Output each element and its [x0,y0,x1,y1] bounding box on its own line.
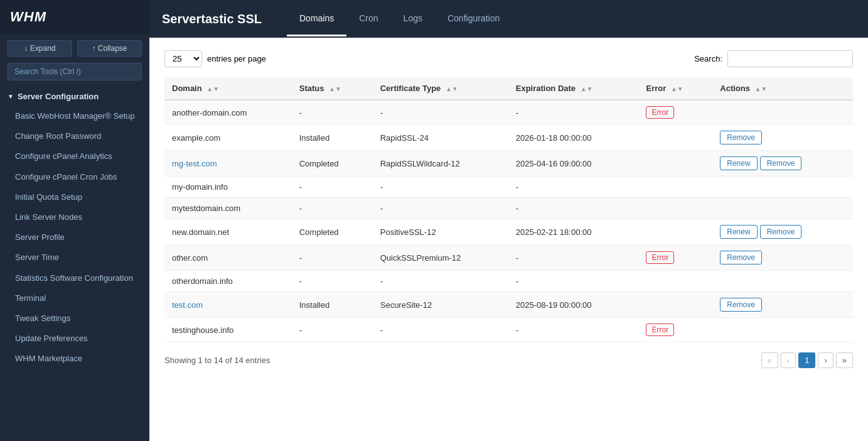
action-remove-button[interactable]: Remove [720,298,762,312]
cell-domain: another-domain.com [164,100,292,125]
cell-cert-type: QuickSSLPremium-12 [373,245,508,271]
table-row: testinghouse.info---Error [164,318,853,342]
cell-error [638,177,712,198]
sidebar-item-whm-marketplace[interactable]: WHM Marketplace [0,349,149,369]
action-remove-button[interactable]: Remove [720,251,762,264]
sort-domain-icon[interactable]: ▲▼ [206,85,219,92]
cell-actions [712,177,853,198]
tab-configuration[interactable]: Configuration [435,2,512,36]
action-remove-button[interactable]: Remove [760,225,802,239]
sidebar-section-header[interactable]: ▼ Server Configuration [0,87,149,106]
tab-cron[interactable]: Cron [346,2,390,36]
table-row: example.comInstalledRapidSSL-242026-01-1… [164,125,853,151]
cell-actions [712,198,853,219]
cell-error [638,292,712,318]
action-renew-button[interactable]: Renew [720,156,757,170]
entries-label: entries per page [207,54,266,63]
error-badge: Error [646,251,674,264]
sidebar-item-link-server-nodes[interactable]: Link Server Nodes [0,207,149,227]
cell-domain: testinghouse.info [164,318,292,342]
col-domain: Domain ▲▼ [164,77,292,100]
cell-status: - [292,100,373,125]
pagination-next[interactable]: › [818,352,833,368]
action-renew-button[interactable]: Renew [720,225,757,239]
cell-error: Error [638,245,712,271]
cell-domain: mg-test.com [164,151,292,177]
cell-status: Completed [292,219,373,245]
pagination-first[interactable]: « [761,352,778,368]
sort-status-icon[interactable]: ▲▼ [329,85,341,92]
cell-expiration: - [508,100,639,125]
search-tools[interactable]: Search Tools (Ctrl /) [8,63,142,80]
cell-error [638,151,712,177]
cell-domain: mytestdomain.com [164,198,292,219]
cell-actions: Remove [712,292,853,318]
cell-cert-type: SecureSite-12 [373,292,508,318]
sidebar-item-configure-cpanel-cron[interactable]: Configure cPanel Cron Jobs [0,167,149,187]
sidebar-item-statistics-software[interactable]: Statistics Software Configuration [0,268,149,288]
sidebar-buttons: ↓ Expand ↑ Collapse [0,34,149,63]
error-badge: Error [646,324,674,336]
cell-expiration: 2026-01-18 00:00:00 [508,125,639,151]
pagination: « ‹ 1 › » [761,352,853,368]
sort-exp-icon[interactable]: ▲▼ [581,85,593,92]
pagination-last[interactable]: » [836,352,853,368]
showing-text: Showing 1 to 14 of 14 entries [164,356,270,365]
tab-domains[interactable]: Domains [287,2,346,36]
sidebar-item-configure-cpanel-analytics[interactable]: Configure cPanel Analytics [0,146,149,166]
cell-expiration: - [508,271,639,292]
sidebar: WHM ↓ Expand ↑ Collapse Search Tools (Ct… [0,0,149,441]
expand-button[interactable]: ↓ Expand [8,40,72,57]
col-cert-type: Certificate Type ▲▼ [373,77,508,100]
entries-per-page-select[interactable]: 10 25 50 100 [164,50,202,67]
sidebar-item-server-time[interactable]: Server Time [0,248,149,268]
cell-cert-type: PositiveSSL-12 [373,219,508,245]
cell-domain: otherdomain.info [164,271,292,292]
cell-error [638,271,712,292]
domain-link[interactable]: mg-test.com [172,159,217,168]
sidebar-item-basic-webhost[interactable]: Basic WebHost Manager® Setup [0,106,149,126]
sort-actions-icon[interactable]: ▲▼ [755,85,768,92]
sidebar-item-change-root[interactable]: Change Root Password [0,126,149,146]
table-controls: 10 25 50 100 entries per page Search: [164,50,853,67]
cell-expiration: 2025-02-21 18:00:00 [508,219,639,245]
sidebar-item-initial-quota[interactable]: Initial Quota Setup [0,187,149,207]
section-arrow-icon: ▼ [8,93,14,100]
cell-status: - [292,177,373,198]
collapse-button[interactable]: ↑ Collapse [77,40,142,57]
sort-cert-icon[interactable]: ▲▼ [446,85,458,92]
search-control: Search: [694,50,853,67]
error-badge: Error [646,106,674,119]
col-error: Error ▲▼ [638,77,712,100]
sort-error-icon[interactable]: ▲▼ [671,85,683,92]
domain-link[interactable]: test.com [172,300,203,310]
sidebar-item-tweak-settings[interactable]: Tweak Settings [0,308,149,329]
search-input[interactable] [727,50,853,67]
sidebar-item-server-profile[interactable]: Server Profile [0,227,149,248]
col-status: Status ▲▼ [292,77,373,100]
cell-cert-type: - [373,318,508,342]
cell-error [638,198,712,219]
cell-expiration: - [508,177,639,198]
cell-expiration: 2025-08-19 00:00:00 [508,292,639,318]
cell-status: Completed [292,151,373,177]
cell-expiration: 2025-04-16 09:00:00 [508,151,639,177]
cell-status: - [292,271,373,292]
cell-domain: my-domain.info [164,177,292,198]
sidebar-item-terminal[interactable]: Terminal [0,288,149,308]
table-row: mytestdomain.com--- [164,198,853,219]
action-remove-button[interactable]: Remove [720,131,762,144]
cell-error [638,219,712,245]
sidebar-items: Basic WebHost Manager® Setup Change Root… [0,106,149,374]
table-body: another-domain.com---Errorexample.comIns… [164,100,853,342]
pagination-page-1[interactable]: 1 [798,352,815,368]
cell-cert-type: RapidSSLWildcard-12 [373,151,508,177]
cell-expiration: - [508,198,639,219]
sidebar-item-update-preferences[interactable]: Update Preferences [0,329,149,349]
tab-logs[interactable]: Logs [391,2,435,36]
cell-status: - [292,245,373,271]
pagination-prev[interactable]: ‹ [781,352,796,368]
cell-actions: Remove [712,125,853,151]
cell-cert-type: - [373,100,508,125]
action-remove-button[interactable]: Remove [760,156,802,170]
